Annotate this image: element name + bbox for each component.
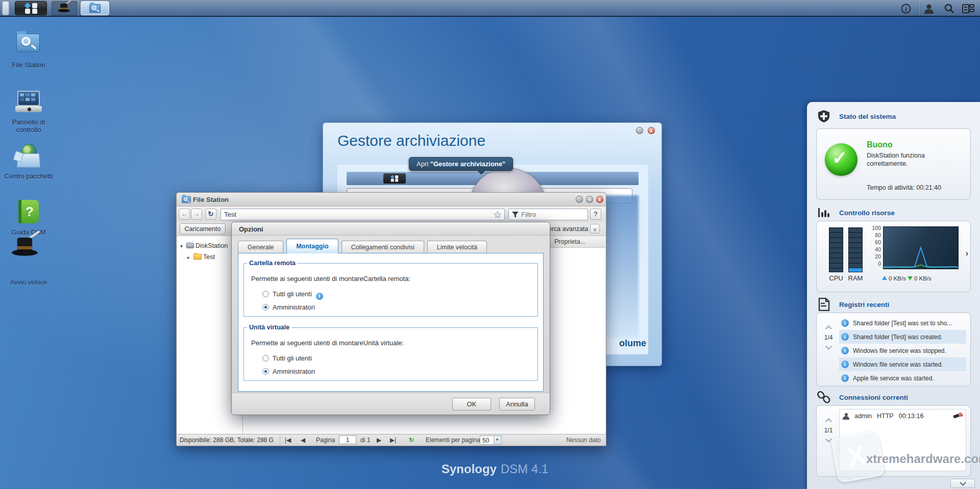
refresh-list-button[interactable]: ↻ [409,436,414,444]
per-page-label: Elementi per pagina [426,436,480,444]
back-button[interactable]: ← [179,209,190,220]
main-menu-button[interactable] [15,1,47,15]
tab-generale[interactable]: Generale [238,241,283,253]
radio-selected-icon[interactable] [262,368,269,375]
pilot-view-icon[interactable] [962,3,974,15]
upload-button[interactable]: Caricamento [180,223,226,235]
minimize-button[interactable] [636,127,643,134]
log-list: iShared folder [Test] was set to sho... … [839,316,966,385]
resource-monitor-card[interactable]: CPU RAM 100806040200 0 KB/s 0 KB/s › [816,221,971,292]
user-icon[interactable] [923,3,935,15]
upload-rate: 0 KB/s [889,275,906,281]
tab-limite-velocita[interactable]: Limite velocità [427,241,487,253]
search-icon[interactable] [943,3,955,15]
quick-launch-button[interactable] [52,1,77,15]
pager-up-icon[interactable] [825,325,832,332]
desktop-icon-package-center[interactable]: Centro pacchetti [4,142,53,180]
connections-card[interactable]: 1/1 admin HTTP 00:13:16 [816,405,971,477]
advanced-search-label[interactable]: erca avanzata [548,225,589,233]
info-icon: i [841,319,849,327]
log-row[interactable]: iShared folder [Test] was created. [839,330,966,344]
desktop-icon-control-panel[interactable]: Pannello di controllo [4,88,53,134]
log-document-icon [817,297,831,312]
close-icon[interactable]: x [596,196,603,203]
info-icon[interactable]: i [316,293,323,300]
radio-administrators[interactable]: Amministratori [262,303,315,312]
pager-count: 1/1 [824,427,833,434]
radio-all-users[interactable]: Tutti gli utentii [262,290,323,298]
close-icon[interactable]: x [648,127,655,134]
tree-collapse-icon[interactable]: ▾ [180,243,186,249]
cancel-button[interactable]: Annulla [499,398,535,410]
column-header-properties[interactable]: Proprieta... [554,238,585,245]
prev-page-button[interactable]: ◀ [301,436,305,444]
health-status: Buono [867,140,893,149]
desktop-icon-file-station[interactable]: File Station [4,31,53,69]
page-label: Pagina [316,436,335,444]
per-page-select[interactable]: 50▼ [480,435,501,445]
next-page-button[interactable]: ▶ [377,436,381,444]
path-search-field[interactable] [220,209,505,220]
desktop-icon-label: Guida DSM [4,228,53,236]
tab-collegamenti-condivisi[interactable]: Collegamenti condivisi [341,241,424,253]
pilot-view-sidebar: Stato del sistema ✓ Buono DiskStation fu… [807,102,980,489]
radio-icon[interactable] [262,355,269,362]
radio-all-users[interactable]: Tutti gli utenti [262,354,312,363]
pager-down-icon[interactable] [825,343,832,350]
health-description: DiskStation funziona correttamente. [867,151,959,168]
show-desktop-button[interactable] [2,1,9,15]
favorite-star-icon[interactable] [494,211,502,219]
refresh-button[interactable]: ↻ [205,209,216,220]
pager-count: 1/4 [824,334,833,341]
radio-selected-icon[interactable] [262,304,269,311]
file-station-icon [182,196,191,203]
dialog-tabs: Generale Montaggio Collegamenti condivis… [238,239,544,253]
recent-logs-card[interactable]: 1/4 iShared folder [Test] was set to sho… [816,313,971,387]
radio-administrators[interactable]: Amministratori [262,368,315,376]
page-number-input[interactable] [339,435,356,444]
log-row[interactable]: iWindows file service was stopped. [839,344,966,357]
minimize-button[interactable] [576,196,583,203]
first-page-button[interactable]: |◀ [285,436,291,444]
desktop-icon-dsm-help[interactable]: ? Guida DSM [4,198,53,236]
ok-button[interactable]: OK [452,398,491,410]
log-row[interactable]: iApple file service was started. [839,371,966,385]
file-station-icon [13,31,44,59]
dialog-title-bar[interactable]: Opzioni [232,222,550,236]
connections-header: Connessioni correnti [817,390,908,404]
info-icon[interactable]: i [900,3,912,15]
pager-down-icon[interactable] [825,436,832,443]
tab-montaggio[interactable]: Montaggio [286,239,338,253]
resource-monitor-header: Controllo risorse [817,205,895,220]
title-bar[interactable]: File Station + x [177,193,606,207]
system-health-card[interactable]: ✓ Buono DiskStation funziona correttamen… [816,128,971,200]
status-bar: Disponibile: 288 GB, Totale: 288 G |◀ ◀ … [177,434,606,446]
tree-expand-icon[interactable]: ▸ [187,254,193,260]
nas-icon [186,243,194,248]
taskbar-divider [919,2,919,15]
filter-input[interactable] [521,210,585,219]
last-page-button[interactable]: ▶| [390,436,396,444]
search-input[interactable] [224,210,484,219]
chart-y-axis: 100806040200 [866,224,881,273]
info-icon: i [841,361,849,368]
recent-logs-header: Registri recenti [817,297,889,312]
sidebar-collapse-button[interactable] [950,479,975,488]
log-row[interactable]: iWindows file service was started. [839,357,966,371]
desktop-icon-quick-start[interactable]: Avvio veloce [4,244,53,286]
help-button[interactable]: ? [590,209,601,220]
magic-hat-icon [58,3,71,13]
log-row[interactable]: iShared folder [Test] was set to sho... [839,316,966,330]
maximize-button[interactable]: + [586,196,593,203]
filter-field[interactable] [508,209,588,220]
disconnect-icon[interactable] [953,413,963,420]
forward-button[interactable]: → [191,209,202,220]
radio-icon[interactable] [262,291,269,297]
connections-pager: 1/1 [820,416,837,445]
resource-monitor-more-button[interactable]: › [966,249,968,258]
advanced-search-expand-button[interactable]: » [590,224,600,234]
connection-row[interactable]: admin HTTP 00:13:16 [840,409,966,423]
pager-up-icon[interactable] [825,418,832,425]
capacity-status: Disponibile: 288 GB, Totale: 288 G [180,436,278,444]
taskbar-file-station-button[interactable] [81,1,109,15]
